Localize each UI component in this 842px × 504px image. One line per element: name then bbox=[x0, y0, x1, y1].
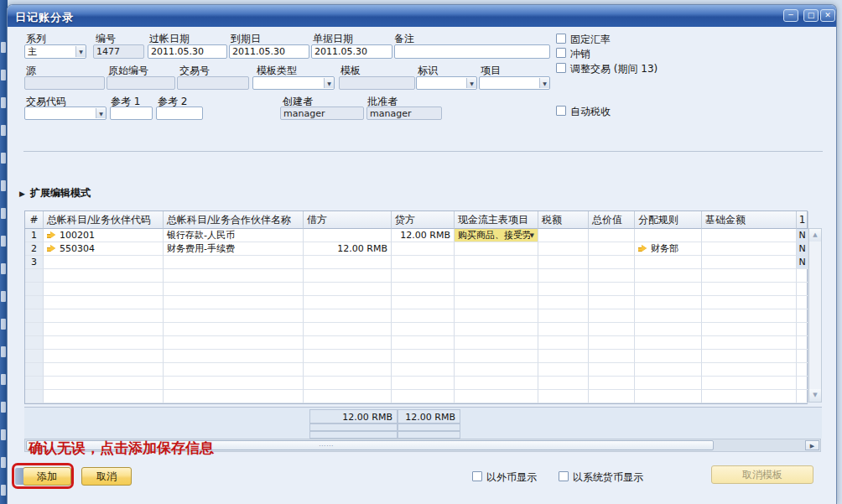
window-titlebar[interactable]: 日记账分录 ─ □ ✕ bbox=[8, 5, 836, 27]
scroll-down-icon[interactable]: ▼ bbox=[809, 389, 821, 402]
table-row-empty[interactable] bbox=[25, 283, 807, 296]
template-type-select[interactable]: ▼ bbox=[252, 76, 335, 90]
table-row-empty[interactable] bbox=[25, 269, 807, 283]
display-foreign-currency-checkbox[interactable] bbox=[472, 471, 482, 481]
table-row[interactable]: 2550304财务费用-手续费12.00 RMB财务部N bbox=[25, 242, 807, 256]
column-header[interactable]: 现金流主表项目 bbox=[455, 211, 538, 229]
cashflow-cell[interactable] bbox=[455, 242, 538, 256]
table-row[interactable]: 1100201银行存款-人民币12.00 RMB购买商品、接受劳▼N bbox=[25, 229, 807, 242]
ref1-field[interactable] bbox=[110, 107, 153, 120]
cancel-template-button[interactable]: 取消模板 bbox=[711, 465, 813, 484]
table-row-empty[interactable] bbox=[25, 323, 807, 336]
tax-cell[interactable] bbox=[538, 229, 589, 242]
indicator-select[interactable]: ▼ bbox=[416, 76, 477, 90]
table-row-empty[interactable] bbox=[25, 377, 807, 390]
column-header[interactable]: 基础金额 bbox=[702, 211, 797, 229]
distribution-rule-cell[interactable] bbox=[635, 229, 702, 242]
base-amount-cell[interactable] bbox=[702, 229, 797, 242]
background-window-item bbox=[1, 346, 6, 357]
distribution-rule-cell[interactable] bbox=[635, 256, 702, 269]
gross-value-cell[interactable] bbox=[589, 242, 635, 256]
base-amount-cell[interactable] bbox=[702, 256, 797, 269]
display-system-currency-checkbox[interactable] bbox=[559, 471, 569, 481]
scroll-up-icon[interactable]: ▲ bbox=[809, 229, 821, 242]
credit-cell[interactable]: 12.00 RMB bbox=[392, 229, 455, 242]
maximize-icon[interactable]: □ bbox=[803, 9, 819, 22]
table-row-empty[interactable] bbox=[25, 390, 807, 403]
table-row-empty[interactable] bbox=[25, 309, 807, 323]
account-name-cell[interactable]: 银行存款-人民币 bbox=[164, 229, 304, 242]
account-code-cell[interactable] bbox=[44, 256, 164, 269]
credit-cell[interactable] bbox=[392, 256, 455, 269]
column-header[interactable]: 总帐科目/业务合作伙伴名称 bbox=[164, 211, 304, 229]
column-header[interactable]: # bbox=[25, 211, 44, 229]
empty-cell bbox=[702, 377, 797, 390]
debit-cell[interactable] bbox=[304, 229, 392, 242]
minimize-icon[interactable]: ─ bbox=[783, 9, 798, 22]
due-date-field[interactable]: 2011.05.30 bbox=[229, 44, 309, 59]
adjust-trans-checkbox[interactable] bbox=[556, 63, 566, 73]
fixed-rate-checkbox[interactable] bbox=[556, 34, 566, 44]
cashflow-cell[interactable]: 购买商品、接受劳▼ bbox=[455, 229, 538, 242]
chevron-down-icon[interactable]: ▼ bbox=[530, 232, 534, 239]
series-select[interactable]: 主 ▼ bbox=[24, 44, 86, 59]
base-amount-cell[interactable] bbox=[702, 242, 797, 256]
link-arrow-icon[interactable] bbox=[47, 231, 56, 239]
account-code-cell[interactable]: 550304 bbox=[44, 242, 164, 256]
gross-value-cell[interactable] bbox=[589, 256, 635, 269]
project-select[interactable]: ▼ bbox=[479, 76, 550, 90]
account-code-cell[interactable]: 100201 bbox=[44, 229, 164, 242]
account-name-cell[interactable]: 财务费用-手续费 bbox=[164, 242, 304, 256]
debit-cell[interactable]: 12.00 RMB bbox=[304, 242, 392, 256]
column-header[interactable]: 税额 bbox=[538, 211, 589, 229]
empty-cell bbox=[392, 390, 455, 403]
credit-cell[interactable] bbox=[392, 242, 455, 256]
reverse-checkbox[interactable] bbox=[556, 48, 566, 58]
scroll-right-icon[interactable]: ▶ bbox=[805, 440, 819, 450]
table-vertical-scrollbar[interactable]: ▲ ▼ bbox=[808, 228, 822, 403]
table-row-empty[interactable] bbox=[25, 363, 807, 377]
table-row-empty[interactable] bbox=[25, 336, 807, 350]
close-icon[interactable]: ✕ bbox=[820, 9, 835, 22]
debit-cell[interactable] bbox=[304, 256, 392, 269]
column-header[interactable]: 分配规则 bbox=[635, 211, 702, 229]
footer-empty-cell bbox=[398, 431, 460, 439]
table-row[interactable]: 3N bbox=[25, 256, 807, 269]
background-window-item bbox=[1, 125, 6, 136]
empty-cell bbox=[304, 377, 392, 390]
ref2-field[interactable] bbox=[156, 107, 203, 120]
tax-cell[interactable] bbox=[538, 256, 589, 269]
link-arrow-icon[interactable] bbox=[638, 245, 647, 252]
empty-cell bbox=[304, 309, 392, 323]
gross-value-cell[interactable] bbox=[589, 229, 635, 242]
chevron-down-icon[interactable]: ▼ bbox=[466, 78, 476, 88]
cancel-button[interactable]: 取消 bbox=[81, 467, 132, 486]
column-header[interactable]: 1 bbox=[797, 211, 808, 229]
chevron-down-icon[interactable]: ▼ bbox=[324, 78, 334, 88]
cashflow-cell[interactable] bbox=[455, 256, 538, 269]
chevron-down-icon[interactable]: ▼ bbox=[96, 108, 106, 118]
trans-no-field bbox=[177, 76, 249, 90]
remarks-field[interactable] bbox=[394, 44, 550, 59]
column-header[interactable]: 总帐科目/业务伙伴代码 bbox=[44, 211, 164, 229]
posting-date-field[interactable]: 2011.05.30 bbox=[148, 44, 227, 59]
origin-field bbox=[24, 76, 105, 90]
chevron-down-icon[interactable]: ▼ bbox=[75, 46, 86, 57]
chevron-down-icon[interactable]: ▼ bbox=[539, 78, 549, 88]
tax-cell[interactable] bbox=[538, 242, 589, 256]
link-arrow-icon[interactable] bbox=[47, 245, 56, 252]
table-row-empty[interactable] bbox=[25, 296, 807, 309]
auto-tax-checkbox[interactable] bbox=[556, 106, 566, 116]
doc-date-field[interactable]: 2011.05.30 bbox=[311, 44, 392, 59]
empty-cell bbox=[702, 336, 797, 350]
distribution-rule-cell[interactable]: 财务部 bbox=[635, 242, 702, 256]
account-name-cell[interactable] bbox=[164, 256, 304, 269]
trans-code-select[interactable]: ▼ bbox=[24, 107, 107, 120]
table-row-empty[interactable] bbox=[25, 350, 807, 363]
column-header[interactable]: 借方 bbox=[304, 211, 392, 229]
extended-edit-mode-expander[interactable]: ▶扩展编辑模式 bbox=[19, 186, 91, 200]
empty-cell bbox=[44, 350, 164, 363]
column-header[interactable]: 贷方 bbox=[392, 211, 455, 229]
row-number bbox=[25, 350, 44, 363]
column-header[interactable]: 总价值 bbox=[589, 211, 635, 229]
